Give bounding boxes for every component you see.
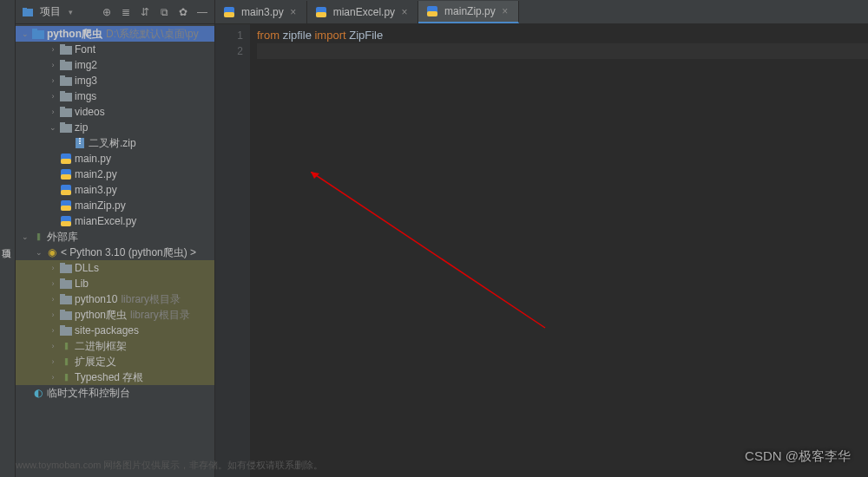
svg-rect-21 [61, 174, 71, 180]
vertical-tool-window-bar[interactable]: 项目 [0, 0, 16, 477]
project-icon [21, 6, 35, 18]
target-icon[interactable]: ⊕ [100, 5, 114, 19]
tree-item[interactable]: main.py [16, 151, 214, 167]
py-icon [59, 215, 73, 227]
svg-rect-39 [224, 12, 234, 17]
editor-tab[interactable]: mainZip.py× [418, 1, 519, 23]
close-icon[interactable]: × [499, 5, 511, 17]
tree-scratch[interactable]: ◐ 临时文件和控制台 [16, 385, 214, 401]
expand-icon[interactable]: ≣ [119, 5, 133, 19]
root-name: python爬虫 [47, 27, 102, 42]
svg-rect-19 [61, 159, 71, 164]
svg-rect-9 [60, 75, 65, 79]
svg-rect-1 [23, 8, 27, 10]
project-toolbar: 项目 ▾ ⊕ ≣ ⇵ ⧉ ✿ — [16, 0, 214, 24]
tree-item-label: Font [75, 43, 95, 56]
tree-item[interactable]: ⌄zip [16, 120, 214, 135]
chevron-icon: › [47, 61, 59, 69]
tree-item[interactable]: main2.py [16, 167, 214, 182]
library-icon: ⦀ [31, 231, 45, 243]
tree-item[interactable]: ›img2 [16, 57, 214, 73]
folder-icon [59, 263, 73, 273]
tree-item[interactable]: 二叉树.zip [16, 135, 214, 151]
svg-rect-29 [60, 263, 65, 266]
tree-item-label: 二叉树.zip [89, 136, 136, 151]
tree-env-item[interactable]: ›DLLs [16, 260, 214, 276]
python-icon [425, 5, 439, 17]
folder-icon [59, 325, 73, 336]
tree-item[interactable]: mianExcel.py [16, 213, 214, 229]
lib-icon: ⦀ [59, 356, 73, 368]
chevron-icon: › [47, 45, 59, 54]
tree-item-label: zip [75, 121, 88, 134]
python-icon [222, 6, 236, 18]
collapse-icon[interactable]: ⇵ [138, 5, 152, 19]
close-icon[interactable]: × [287, 6, 299, 18]
tree-env-item[interactable]: ›python爬虫library根目录 [16, 307, 214, 323]
tree-env-item[interactable]: ›site-packages [16, 323, 214, 338]
hide-icon[interactable]: — [195, 5, 209, 19]
chevron-icon: › [47, 373, 59, 382]
python-icon [314, 6, 328, 18]
editor-tab[interactable]: main3.py× [215, 1, 307, 23]
toolbar-title[interactable]: 项目 ▾ [21, 4, 76, 19]
folder-icon [59, 75, 73, 86]
tree-env-item[interactable]: ›python10library根目录 [16, 291, 214, 307]
chevron-icon: › [47, 326, 59, 335]
tree-env-item[interactable]: ›⦀Typeshed 存根 [16, 369, 214, 385]
svg-rect-41 [316, 12, 326, 17]
editor-body: 12 from zipfile import ZipFile [215, 24, 868, 477]
chevron-icon: › [47, 108, 59, 116]
tree-item[interactable]: ›img3 [16, 73, 214, 88]
editor-tab[interactable]: mianExcel.py× [307, 1, 418, 23]
view-icon[interactable]: ⧉ [157, 5, 171, 19]
tree-item-label: Typeshed 存根 [75, 370, 143, 385]
python-icon: ◉ [45, 246, 59, 258]
tree-item[interactable]: main3.py [16, 182, 214, 198]
python-env-label: < Python 3.10 (python爬虫) > [61, 245, 196, 260]
tree-env-item[interactable]: ›Lib [16, 276, 214, 291]
chevron-icon: › [47, 279, 59, 288]
tree-item[interactable]: ›imgs [16, 88, 214, 104]
tree-env-item[interactable]: ›⦀扩展定义 [16, 354, 214, 369]
tree-item-label: main3.py [75, 184, 117, 196]
tree-env-item[interactable]: ›⦀二进制框架 [16, 338, 214, 354]
tree-item[interactable]: mainZip.py [16, 198, 214, 213]
tab-bar: main3.py×mianExcel.py×mainZip.py× [215, 0, 868, 24]
chevron-icon: › [47, 264, 59, 272]
project-tree[interactable]: ⌄ python爬虫 D:\系统默认\桌面\py ›Font›img2›img3… [16, 24, 214, 477]
tree-root[interactable]: ⌄ python爬虫 D:\系统默认\桌面\py [16, 26, 214, 42]
tree-item-label: python10 [75, 293, 117, 305]
close-icon[interactable]: × [398, 6, 411, 18]
py-icon [59, 184, 73, 196]
tree-item-label: mianExcel.py [75, 215, 136, 227]
folder-icon [59, 122, 73, 133]
external-libs-label: 外部库 [47, 230, 78, 245]
svg-rect-5 [60, 44, 65, 48]
svg-rect-31 [60, 278, 65, 282]
tree-item[interactable]: ›videos [16, 104, 214, 120]
folder-icon [59, 107, 73, 117]
tree-item-label: imgs [75, 90, 96, 102]
tree-item[interactable]: ›Font [16, 42, 214, 57]
watermark: CSDN @极客李华 [745, 448, 851, 465]
zip-icon [73, 137, 87, 149]
footer-watermark: www.toymoban.com 网络图片仅供展示，非存储。如有侵权请联系删除。 [16, 459, 323, 472]
folder-icon [59, 278, 73, 289]
code-content[interactable]: from zipfile import ZipFile [250, 24, 868, 477]
tree-item-label: main2.py [75, 168, 117, 180]
tree-python-env[interactable]: ⌄ ◉ < Python 3.10 (python爬虫) > [16, 245, 214, 260]
folder-icon [59, 44, 73, 55]
gear-icon[interactable]: ✿ [176, 5, 190, 19]
tab-label: mainZip.py [444, 5, 496, 17]
folder-icon [59, 91, 73, 101]
line-gutter: 12 [215, 24, 250, 477]
chevron-icon: › [47, 342, 59, 350]
toolbar-dropdown-icon: ▾ [64, 8, 76, 16]
tree-item-label: 扩展定义 [75, 355, 116, 369]
root-path: D:\系统默认\桌面\py [106, 27, 199, 42]
folder-icon [59, 294, 73, 304]
tree-external-libs[interactable]: ⌄ ⦀ 外部库 [16, 229, 214, 245]
folder-icon [59, 60, 73, 70]
scratch-label: 临时文件和控制台 [47, 386, 130, 401]
